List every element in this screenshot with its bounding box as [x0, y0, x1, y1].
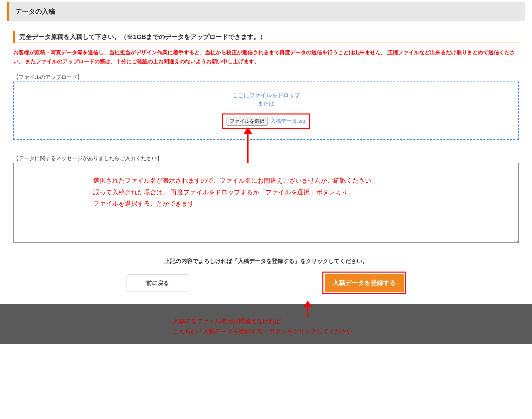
svg-marker-2 — [244, 127, 252, 134]
svg-marker-4 — [303, 301, 312, 307]
submit-button[interactable]: 入稿データを登録する — [325, 274, 404, 292]
section-header: 完全データ原稿を入稿して下さい。（※1GBまでのデータをアップロードできます。） — [13, 31, 519, 43]
annotation-submit: 入稿するファイル名がお間違えなければ こちらの「入稿データを登録する」ボタンをク… — [173, 316, 353, 336]
message-fieldset-label: 【データに関するメッセージがありましたらご入力ください】 — [13, 155, 519, 162]
upload-fieldset-label: 【ファイルのアップロード】 — [13, 74, 519, 81]
section-title: 完全データ原稿を入稿して下さい。（※1GBまでのデータをアップロードできます。） — [19, 33, 519, 41]
dropzone-or: または — [17, 100, 515, 107]
page-title: データの入稿 — [15, 7, 519, 16]
file-dropzone[interactable]: ここにファイルをドロップ または ファイルを選択 入稿データ.zip — [13, 82, 519, 140]
submit-button-highlight: 入稿データを登録する — [322, 272, 406, 294]
submit-prompt: 上記の内容でよろしければ「入稿データを登録する」をクリックしてください。 — [13, 257, 519, 265]
annotation-line: こちらの「入稿データを登録する」ボタンをクリックしてください — [173, 326, 353, 337]
back-button[interactable]: 前に戻る — [126, 274, 189, 292]
annotation-arrow-icon — [299, 301, 316, 317]
footer: 入稿するファイル名がお間違えなければ こちらの「入稿データを登録する」ボタンをク… — [0, 304, 532, 344]
file-select-highlight: ファイルを選択 入稿データ.zip — [222, 113, 309, 129]
warning-text: お客様が原稿・写真データ等を送信し、当社担当がデザイン作業に着手すると、当社から… — [13, 48, 519, 66]
message-textarea[interactable] — [13, 163, 519, 243]
annotation-line: 入稿するファイル名がお間違えなければ — [173, 316, 353, 326]
file-select-button[interactable]: ファイルを選択 — [227, 117, 267, 126]
selected-filename: 入稿データ.zip — [270, 118, 305, 124]
page-header: データの入稿 — [7, 2, 525, 21]
dropzone-instruction: ここにファイルをドロップ — [17, 92, 515, 99]
